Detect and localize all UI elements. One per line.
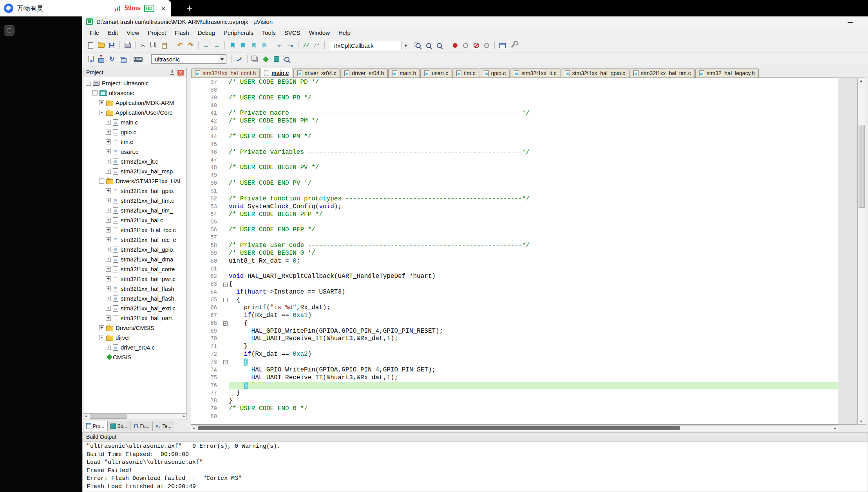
code-line-43[interactable]: 43	[191, 125, 838, 133]
tree-item-Drivers-CMSIS[interactable]: +Drivers/CMSIS	[83, 323, 186, 333]
tree-item-stm32f1xx_hal_tim_[interactable]: +stm32f1xx_hal_tim_	[83, 205, 186, 215]
incremental-find-icon[interactable]	[434, 41, 444, 50]
expand-icon[interactable]: +	[106, 130, 111, 135]
code-line-41[interactable]: 41/* Private macro ---------------------…	[191, 110, 838, 117]
print-icon[interactable]	[123, 41, 132, 50]
editor-hscrollbar[interactable]	[191, 425, 838, 431]
menu-project[interactable]: Project	[143, 28, 170, 38]
save-icon[interactable]	[107, 41, 117, 50]
breakpoint-toggle-icon[interactable]	[461, 41, 470, 50]
build-output-header[interactable]: Build Output	[82, 432, 868, 442]
code-line-57[interactable]: 57	[191, 234, 838, 242]
code-area[interactable]: 37/* USER CODE BEGIN PD */3839/* USER CO…	[191, 77, 838, 425]
code-line-50[interactable]: 50/* USER CODE END PV */	[191, 180, 838, 187]
expand-icon[interactable]: +	[106, 227, 111, 232]
code-line-70[interactable]: 70 HAL_UART_Receive_IT(&huart3,&Rx_dat,1…	[191, 335, 838, 343]
redo-icon[interactable]: ↷	[186, 41, 195, 50]
code-line-75[interactable]: 75 HAL_UART_Receive_IT(&huart3,&Rx_dat,1…	[191, 374, 838, 382]
code-line-61[interactable]: 61	[191, 265, 838, 273]
menu-svcs[interactable]: SVCS	[280, 28, 305, 38]
code-line-72[interactable]: 72 if(Rx_dat == 0xa2)	[191, 351, 838, 359]
paste-icon[interactable]	[159, 41, 169, 50]
code-line-37[interactable]: 37/* USER CODE BEGIN PD */	[191, 79, 838, 87]
code-line-54[interactable]: 54/* USER CODE BEGIN PFP */	[191, 211, 838, 219]
menu-peripherals[interactable]: Peripherals	[219, 28, 258, 38]
tree-item-Drivers-STM32F1xx_HAL[interactable]: -Drivers/STM32F1xx_HAL	[83, 176, 186, 186]
pack-installer-icon[interactable]	[271, 54, 281, 64]
expand-icon[interactable]: +	[106, 315, 111, 321]
undo-icon[interactable]: ↶	[175, 41, 185, 50]
breakpoint-kill-icon[interactable]	[471, 41, 481, 50]
panel-tab-books[interactable]: Bo...	[107, 421, 130, 431]
load-icon[interactable]: LOAD	[133, 54, 143, 64]
editor-tab-driver_sr04.c[interactable]: driver_sr04.c	[293, 68, 340, 77]
code-line-79[interactable]: 79/* USER CODE END 0 */	[191, 405, 838, 413]
project-hscrollbar-thumb[interactable]	[90, 415, 127, 419]
tree-item-stm32f1xx_hal_flash.[interactable]: +stm32f1xx_hal_flash.	[83, 294, 186, 303]
panel-tab-templates[interactable]: 0,Te...	[153, 421, 175, 431]
bookmark-prev-icon[interactable]	[238, 41, 248, 50]
editor-tab-usart.c[interactable]: usart.c	[420, 68, 452, 77]
tree-item-tim.c[interactable]: +tim.c	[83, 137, 186, 147]
fold-collapse-icon[interactable]: -	[222, 320, 229, 328]
tab-close-button[interactable]: ×	[161, 4, 166, 13]
panel-splitter[interactable]	[187, 68, 191, 431]
indent-icon[interactable]: ⇥	[286, 41, 295, 50]
code-line-71[interactable]: 71 }	[191, 343, 838, 351]
tree-item-stm32f1xx_hal_corte[interactable]: +stm32f1xx_hal_corte	[83, 264, 186, 274]
code-line-60[interactable]: 60uint8_t Rx_dat = 0;	[191, 258, 838, 265]
tree-item-stm32f1xx_hal_pwr.c[interactable]: +stm32f1xx_hal_pwr.c	[83, 274, 186, 284]
expand-icon[interactable]: +	[106, 218, 111, 223]
expand-icon[interactable]: +	[99, 100, 104, 105]
code-line-58[interactable]: 58/* Private user code -----------------…	[191, 242, 838, 250]
editor-tab-stm32f1xx_hal_gpio.c[interactable]: stm32f1xx_hal_gpio.c	[561, 68, 629, 77]
code-line-66[interactable]: 66 printf("is %d",Rx_dat);	[191, 304, 838, 312]
tree-item-Project-ultrasonic[interactable]: -Project: ultrasonic	[83, 78, 186, 88]
code-line-56[interactable]: 56/* USER CODE END PFP */	[191, 226, 838, 234]
editor-tab-stm32f1xx_hal_tim.c[interactable]: stm32f1xx_hal_tim.c	[629, 68, 695, 77]
cut-icon[interactable]: ✂	[138, 41, 148, 50]
code-line-69[interactable]: 69 HAL_GPIO_WritePin(GPIOA,GPIO_PIN_4,GP…	[191, 328, 838, 335]
open-folder-icon[interactable]	[96, 41, 106, 50]
expand-icon[interactable]: +	[106, 267, 111, 272]
collapse-icon[interactable]: -	[99, 110, 104, 115]
tree-item-driver_sr04.c[interactable]: +driver_sr04.c	[83, 342, 186, 352]
tree-item-Application-MDK-ARM[interactable]: +Application/MDK-ARM	[83, 98, 186, 108]
tree-item-ultrasonic[interactable]: -ultrasonic	[83, 88, 186, 98]
tree-item-stm32f1xx_hal_exti.c[interactable]: +stm32f1xx_hal_exti.c	[83, 303, 186, 313]
code-line-64[interactable]: 64 if(huart->Instance == USART3)	[191, 288, 838, 296]
configure-icon[interactable]	[508, 41, 518, 50]
expand-icon[interactable]: +	[106, 237, 111, 242]
floating-menu-icon[interactable]	[4, 25, 14, 36]
expand-icon[interactable]: +	[106, 120, 111, 125]
editor-vscrollbar-thumb[interactable]	[859, 125, 865, 208]
tree-item-Application-User-Core[interactable]: -Application/User/Core	[83, 108, 186, 117]
nav-forward-icon[interactable]: →	[212, 41, 222, 50]
tree-item-stm32f1xx_hal.c[interactable]: +stm32f1xx_hal.c	[83, 215, 186, 225]
code-line-52[interactable]: 52/* Private function prototypes -------…	[191, 195, 838, 203]
editor-hscrollbar-thumb[interactable]	[198, 426, 680, 430]
code-line-48[interactable]: 48/* USER CODE BEGIN PV */	[191, 164, 838, 172]
batch-build-icon[interactable]	[118, 54, 127, 64]
expand-icon[interactable]: +	[106, 286, 111, 291]
rebuild-icon[interactable]: ↻	[107, 54, 117, 64]
panel-tab-project[interactable]: Pro...	[83, 421, 107, 431]
comment-icon[interactable]: //	[301, 41, 311, 50]
code-line-59[interactable]: 59/* USER CODE BEGIN 0 */	[191, 250, 838, 258]
menu-debug[interactable]: Debug	[193, 28, 219, 38]
code-line-68[interactable]: 68- {	[191, 320, 838, 328]
manage-rte-icon[interactable]	[261, 54, 271, 64]
new-file-icon[interactable]	[86, 41, 96, 50]
target-combo-dropdown-icon[interactable]	[218, 55, 226, 63]
collapse-icon[interactable]: -	[99, 335, 104, 340]
copy-icon[interactable]	[149, 41, 159, 50]
code-line-49[interactable]: 49	[191, 172, 838, 180]
minimize-button[interactable]: —	[848, 19, 853, 25]
build-output-content[interactable]: "ultrasonic\ultrasonic.axf" - 0 Error(s)…	[82, 442, 868, 492]
tree-item-stm32f1xx_hal_uart.[interactable]: +stm32f1xx_hal_uart.	[83, 313, 186, 323]
find-icon[interactable]	[424, 41, 434, 50]
editor-tab-driver_sr04.h[interactable]: driver_sr04.h	[340, 68, 388, 77]
code-line-74[interactable]: 74 HAL_GPIO_WritePin(GPIOA,GPIO_PIN_4,GP…	[191, 366, 838, 374]
tree-item-stm32f1xx_hal_gpio.[interactable]: +stm32f1xx_hal_gpio.	[83, 245, 186, 254]
target-options-icon[interactable]	[235, 54, 244, 64]
